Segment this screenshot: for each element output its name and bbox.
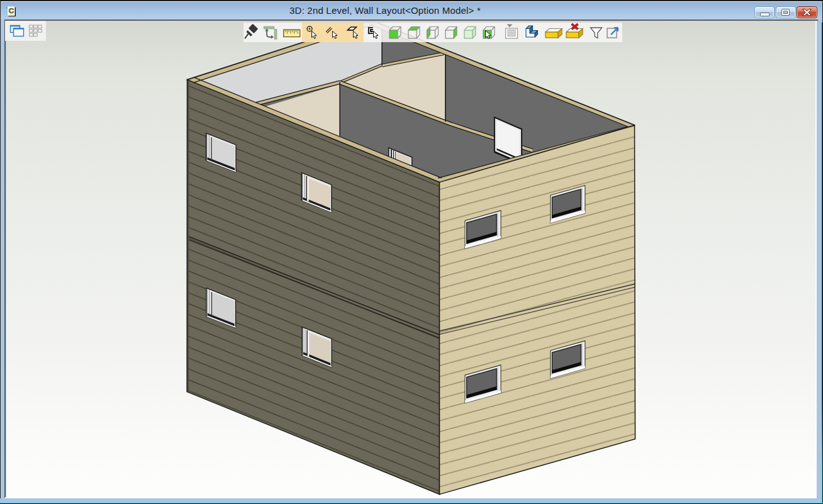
svg-text:C: C — [9, 7, 14, 14]
